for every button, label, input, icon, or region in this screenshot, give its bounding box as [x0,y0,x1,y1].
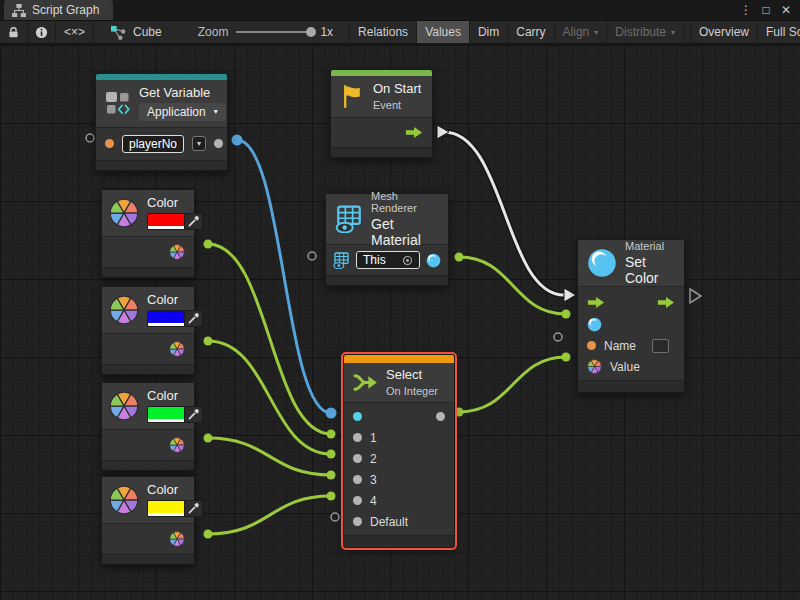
flow-input-port[interactable] [587,296,605,309]
node-set-color[interactable]: Material Set Color Name [577,239,685,393]
values-button[interactable]: Values [417,21,470,43]
color-output-port[interactable] [169,531,185,547]
zoom-slider-knob[interactable] [306,27,316,37]
zoom-label: Zoom [198,25,229,39]
align-dropdown[interactable]: Align ▾ [555,21,608,43]
select-option-row: 1 [344,427,454,448]
node-header: Material Set Color [578,240,684,286]
color-wheel-icon [109,295,139,325]
node-title: Get Variable [139,86,226,101]
node-title: Set Color [625,254,675,286]
eyedropper-icon [187,408,200,421]
node-header: Color [102,383,194,429]
node-color-blue[interactable]: Color [101,286,195,375]
name-input-port[interactable] [587,341,596,350]
color-swatch[interactable] [148,214,184,229]
material-output-port[interactable] [426,253,441,268]
node-footer [344,535,454,547]
default-port[interactable] [353,517,362,526]
select-option-row: 3 [344,469,454,490]
node-body: This [326,244,448,275]
node-on-start[interactable]: On Start Event [330,69,433,158]
target-object-label: Cube [133,25,162,39]
node-body [102,429,194,460]
node-header: Color [102,477,194,523]
value-output-port[interactable] [214,139,223,148]
graph-canvas[interactable]: Get Variable Application ▾ playerNo ▾ [0,45,800,600]
open-port [331,513,339,521]
relations-button[interactable]: Relations [349,21,417,43]
distribute-dropdown[interactable]: Distribute ▾ [607,21,684,43]
target-self-field[interactable]: This [356,251,420,269]
selection-output-port[interactable] [436,412,445,421]
node-select-on-integer[interactable]: Select On Integer 1 2 [343,354,455,548]
color-output-port[interactable] [169,341,185,357]
code-icon: <×> [64,25,85,39]
wire-playerNo-to-select-selector [237,140,331,413]
flow-output-port[interactable] [405,126,423,139]
variable-name-field[interactable]: playerNo [122,135,184,153]
select-icon [353,372,378,393]
carry-button[interactable]: Carry [508,21,554,43]
target-picker-icon[interactable] [402,255,413,266]
option-3-port[interactable] [353,475,362,484]
option-4-port[interactable] [353,496,362,505]
node-component: Material [625,240,675,252]
variable-name-port[interactable] [105,139,114,148]
node-title: Get Material [371,216,439,248]
wire-color-red-to-select-1 [208,244,331,434]
zoom-slider[interactable] [236,31,312,33]
node-header: On Start Event [331,76,432,117]
node-body [102,236,194,267]
node-title: Color [147,293,203,308]
selector-input-port[interactable] [353,412,362,421]
flow-output-port[interactable] [657,296,675,309]
lock-button[interactable] [0,21,28,43]
node-color-yellow[interactable]: Color [101,476,195,565]
color-output-port[interactable] [169,244,185,260]
color-swatch[interactable] [148,501,184,516]
option-2-port[interactable] [353,454,362,463]
color-output-port[interactable] [169,437,185,453]
node-color-bar [344,355,454,363]
material-icon [587,248,617,278]
eyedropper-button[interactable] [184,407,202,422]
node-footer [102,364,194,374]
variable-picker-dropdown[interactable]: ▾ [192,136,206,151]
node-get-variable[interactable]: Get Variable Application ▾ playerNo ▾ [95,73,228,171]
node-color-green[interactable]: Color [101,382,195,471]
color-swatch[interactable] [148,407,184,422]
node-color-red[interactable]: Color [101,189,195,278]
material-input-port[interactable] [587,317,602,332]
value-input-port[interactable] [587,359,602,374]
node-header: Get Variable Application ▾ [96,80,227,127]
wire-color-green-to-select-3 [208,438,331,475]
variable-scope-dropdown[interactable]: Application ▾ [139,103,226,121]
graph-toolbar: <×> Cube Zoom 1x Relations Values Dim Ca… [0,20,800,44]
eyedropper-icon [187,502,200,515]
full-screen-button[interactable]: Full Screen [758,21,800,43]
eyedropper-button[interactable] [184,311,202,326]
maximize-icon[interactable]: □ [758,3,774,17]
color-swatch[interactable] [148,311,184,326]
variables-icon [105,91,131,115]
node-body [102,333,194,364]
dim-button[interactable]: Dim [470,21,508,43]
open-port [554,333,562,341]
overview-button[interactable]: Overview [690,21,758,43]
code-view-button[interactable]: <×> [56,21,94,43]
select-option-row: Default [344,511,454,532]
info-button[interactable] [28,21,56,43]
color-swatch-control [147,213,203,230]
eyedropper-button[interactable] [184,501,202,516]
graph-target[interactable]: Cube [94,21,170,43]
option-1-port[interactable] [353,433,362,442]
node-get-material[interactable]: Mesh Renderer Get Material This [325,193,449,286]
name-input-field[interactable] [652,339,669,353]
tab-script-graph[interactable]: Script Graph [4,0,113,20]
eyedropper-button[interactable] [184,214,202,229]
close-icon[interactable]: ✕ [778,3,794,17]
kebab-menu-icon[interactable]: ⋮ [738,3,754,17]
open-port [308,252,316,260]
select-option-row: 2 [344,448,454,469]
